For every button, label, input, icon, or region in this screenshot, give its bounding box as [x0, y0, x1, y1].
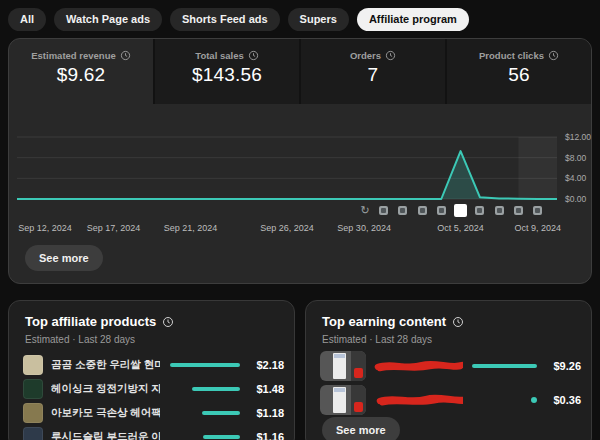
metric-label: Estimated revenue	[9, 50, 153, 61]
product-revenue: $1.48	[248, 383, 284, 395]
metric-card-orders[interactable]: Orders 7	[299, 39, 445, 104]
product-row[interactable]: 헤이싱크 정전기방지 자석팔찌 .. $1.48	[23, 378, 284, 400]
metric-label: Orders	[301, 50, 445, 61]
metric-label-text: Estimated revenue	[31, 50, 115, 61]
publish-markers-row: ↻	[9, 203, 593, 219]
content-revenue: $0.36	[545, 394, 581, 406]
product-revenue: $1.18	[248, 407, 284, 419]
product-thumbnail	[23, 403, 43, 423]
content-row[interactable]: .. $9.26	[320, 351, 581, 381]
publish-marker[interactable]	[379, 206, 388, 215]
publish-marker[interactable]	[398, 206, 407, 215]
product-thumbnail	[23, 355, 43, 375]
publish-marker[interactable]	[533, 206, 542, 215]
product-revenue: $1.16	[248, 431, 284, 440]
clock-icon	[385, 50, 396, 61]
y-axis-label: $12.00	[565, 132, 599, 142]
top-affiliate-products-panel: Top affiliate products Estimated · Last …	[8, 300, 295, 440]
publish-marker[interactable]	[514, 206, 523, 215]
clock-icon	[548, 50, 559, 61]
y-axis-label: $8.00	[565, 153, 599, 163]
metric-value: $9.62	[9, 64, 153, 86]
revenue-bar	[531, 397, 537, 403]
metric-label: Product clicks	[447, 50, 591, 61]
shopping-badge-icon	[354, 368, 363, 378]
metric-cards: Estimated revenue $9.62 Total sales $143…	[9, 39, 591, 104]
top-earning-content-panel: Top earning content Estimated · Last 28 …	[305, 300, 592, 440]
product-title: 아보카모 극손상 헤어팩 헤어트..	[51, 406, 160, 420]
revenue-bar	[192, 387, 240, 391]
redaction-scribble	[374, 359, 463, 373]
product-row[interactable]: 곰곰 소중한 우리쌀 현미밥 210g .. $2.18	[23, 354, 284, 376]
x-axis-label: Sep 26, 2024	[255, 223, 319, 233]
metric-card-estimated-revenue[interactable]: Estimated revenue $9.62	[9, 39, 153, 104]
product-thumbnail	[23, 379, 43, 399]
video-thumbnail	[320, 351, 366, 381]
x-axis-label: Sep 30, 2024	[332, 223, 396, 233]
publish-marker[interactable]	[475, 206, 484, 215]
x-axis-label: Sep 12, 2024	[13, 223, 77, 233]
filter-chip-affiliate-program[interactable]: Affiliate program	[357, 8, 469, 31]
panel-title-text: Top affiliate products	[25, 314, 156, 329]
content-row[interactable]: .. $0.36	[320, 385, 581, 415]
revenue-bar	[203, 435, 240, 439]
panel-title-text: Top earning content	[322, 314, 446, 329]
chart-see-more-button[interactable]: See more	[25, 245, 103, 271]
publish-marker-highlighted[interactable]	[454, 204, 467, 217]
metric-label: Total sales	[155, 50, 299, 61]
content-revenue: $9.26	[545, 360, 581, 372]
clock-icon	[120, 50, 131, 61]
panel-title: Top affiliate products	[25, 314, 174, 329]
revenue-line-chart	[9, 131, 569, 209]
metric-label-text: Orders	[350, 50, 381, 61]
filter-chip-shorts-feed-ads[interactable]: Shorts Feed ads	[170, 8, 280, 31]
product-revenue: $2.18	[248, 359, 284, 371]
product-row[interactable]: 아보카모 극손상 헤어팩 헤어트.. $1.18	[23, 402, 284, 424]
metric-value: 56	[447, 64, 591, 86]
panel-subtitle: Estimated · Last 28 days	[25, 334, 135, 345]
publish-marker[interactable]	[418, 206, 427, 215]
revenue-bar	[472, 364, 537, 368]
panel-subtitle: Estimated · Last 28 days	[322, 334, 432, 345]
filter-chip-supers[interactable]: Supers	[288, 8, 349, 31]
clock-icon	[452, 316, 464, 328]
x-axis-label: Sep 17, 2024	[81, 223, 145, 233]
x-axis-label: Oct 9, 2024	[506, 223, 570, 233]
revenue-bar	[170, 363, 240, 367]
product-thumbnail	[23, 427, 43, 440]
publish-marker[interactable]	[437, 206, 446, 215]
panel-title: Top earning content	[322, 314, 464, 329]
metric-card-product-clicks[interactable]: Product clicks 56	[445, 39, 591, 104]
clock-icon	[248, 50, 259, 61]
chart-x-axis: Sep 12, 2024Sep 17, 2024Sep 21, 2024Sep …	[9, 223, 593, 235]
refresh-arrows-icon[interactable]: ↻	[360, 205, 371, 216]
metric-value: $143.56	[155, 64, 299, 86]
clock-icon	[162, 316, 174, 328]
filter-chip-all[interactable]: All	[8, 8, 46, 31]
revenue-filter-chips: All Watch Page ads Shorts Feed ads Super…	[8, 8, 469, 31]
product-title: 헤이싱크 정전기방지 자석팔찌 ..	[51, 382, 160, 396]
content-see-more-button[interactable]: See more	[322, 417, 400, 440]
product-row[interactable]: 루시드슬립 부드러운 아멜리 알.. $1.16	[23, 426, 284, 440]
product-title: 루시드슬립 부드러운 아멜리 알..	[51, 430, 160, 440]
y-axis-label: $4.00	[565, 173, 599, 183]
affiliate-analytics-panel: Estimated revenue $9.62 Total sales $143…	[8, 38, 592, 284]
x-axis-label: Oct 5, 2024	[429, 223, 493, 233]
metric-value: 7	[301, 64, 445, 86]
metric-label-text: Product clicks	[479, 50, 544, 61]
publish-marker[interactable]	[495, 206, 504, 215]
shopping-badge-icon	[354, 402, 363, 412]
revenue-bar	[202, 411, 240, 415]
x-axis-label: Sep 21, 2024	[159, 223, 223, 233]
metric-card-total-sales[interactable]: Total sales $143.56	[153, 39, 299, 104]
redaction-scribble	[374, 393, 463, 407]
video-thumbnail	[320, 385, 366, 415]
metric-label-text: Total sales	[195, 50, 243, 61]
product-title: 곰곰 소중한 우리쌀 현미밥 210g ..	[51, 358, 160, 372]
filter-chip-watch-page-ads[interactable]: Watch Page ads	[54, 8, 162, 31]
